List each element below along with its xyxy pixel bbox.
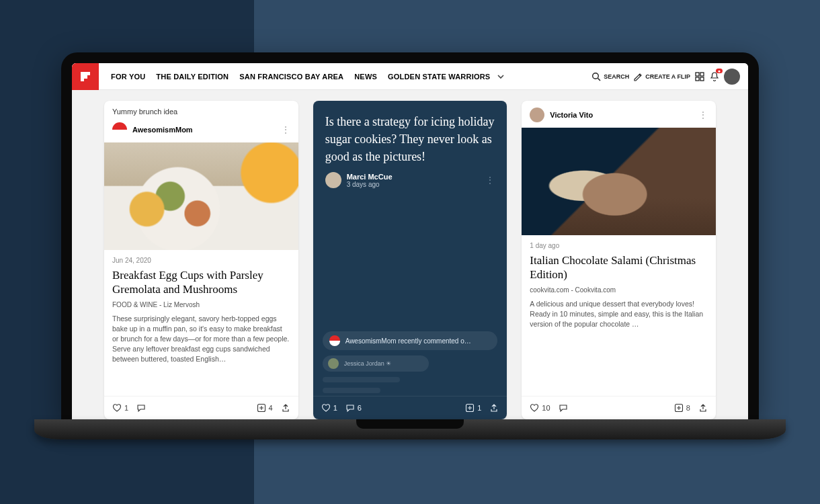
note-author-row: Marci McCue 3 days ago ⋮ <box>313 172 507 188</box>
comment-preview-text: AwesomismMom recently commented o… <box>345 337 471 345</box>
like-count: 1 <box>124 404 128 412</box>
top-nav: FOR YOU THE DAILY EDITION SAN FRANCISCO … <box>111 73 490 81</box>
svg-line-1 <box>598 78 601 81</box>
card-date: Jun 24, 2020 <box>112 257 290 264</box>
add-icon <box>674 403 684 413</box>
author-avatar[interactable] <box>530 108 544 122</box>
card-article-salami[interactable]: Victoria Vito ⋮ 1 day ago Italian Chocol… <box>522 101 716 419</box>
note-timestamp: 3 days ago <box>347 181 393 188</box>
nav-news[interactable]: NEWS <box>354 73 377 81</box>
skeleton-line <box>323 388 381 393</box>
search-icon <box>591 72 601 81</box>
grid-button[interactable] <box>694 71 705 82</box>
feed: Yummy brunch idea AwesomismMom ⋮ Jun 24,… <box>72 90 748 419</box>
svg-rect-5 <box>700 77 704 81</box>
add-count: 8 <box>686 404 690 412</box>
card-source: cookvita.com - Cookvita.com <box>530 286 708 294</box>
card-pretitle: Yummy brunch idea <box>104 101 298 116</box>
create-flip-label: CREATE A FLIP <box>645 73 690 80</box>
share-button[interactable] <box>281 403 290 413</box>
comment-button[interactable] <box>136 403 146 413</box>
create-flip-button[interactable]: CREATE A FLIP <box>633 72 690 81</box>
like-button[interactable]: 1 <box>112 403 128 413</box>
card-author-row: AwesomismMom ⋮ <box>104 116 298 142</box>
nav-for-you[interactable]: FOR YOU <box>111 73 145 81</box>
grid-icon <box>694 71 705 82</box>
card-footer: 1 4 <box>104 396 298 419</box>
share-icon <box>489 403 499 413</box>
comment-icon <box>136 403 146 413</box>
comment-button[interactable] <box>559 403 568 413</box>
card-description: These surprisingly elegant, savory herb-… <box>112 314 290 365</box>
add-button[interactable]: 1 <box>465 403 481 413</box>
svg-point-0 <box>593 73 599 79</box>
nav-daily-edition[interactable]: THE DAILY EDITION <box>156 73 229 81</box>
card-source: FOOD & WINE - Liz Mervosh <box>112 301 290 308</box>
author-avatar[interactable] <box>325 172 341 188</box>
nav-sf-bay-area[interactable]: SAN FRANCISCO BAY AREA <box>239 73 343 81</box>
share-button[interactable] <box>698 403 708 413</box>
add-count: 1 <box>477 404 481 412</box>
heart-icon <box>530 403 539 413</box>
card-author-row: Victoria Vito ⋮ <box>522 101 716 128</box>
skeleton-line <box>323 377 400 382</box>
like-button[interactable]: 1 <box>321 403 337 413</box>
commenter-avatar <box>329 335 340 346</box>
note-text: Is there a strategy for icing holiday su… <box>313 101 507 172</box>
author-name[interactable]: AwesomismMom <box>132 126 193 134</box>
card-image[interactable] <box>104 142 298 250</box>
card-footer: 1 6 1 <box>313 396 507 419</box>
card-more-button[interactable]: ⋮ <box>485 175 495 185</box>
comment-button[interactable]: 6 <box>345 403 362 413</box>
like-count: 1 <box>333 404 337 412</box>
chevron-down-icon <box>497 73 505 81</box>
share-button[interactable] <box>489 403 499 413</box>
like-count: 10 <box>542 404 550 412</box>
svg-rect-2 <box>696 73 699 76</box>
card-description: A delicious and unique dessert that ever… <box>530 299 708 330</box>
commenter-avatar <box>328 358 339 369</box>
card-article-egg-cups[interactable]: Yummy brunch idea AwesomismMom ⋮ Jun 24,… <box>104 101 298 419</box>
app-logo[interactable] <box>72 63 99 90</box>
card-footer: 10 8 <box>522 396 716 419</box>
comment-icon <box>559 403 568 413</box>
card-title[interactable]: Breakfast Egg Cups with Parsley Gremolat… <box>112 268 290 297</box>
nav-more-chevron[interactable] <box>497 73 505 81</box>
search-button[interactable]: SEARCH <box>591 72 629 81</box>
author-name[interactable]: Marci McCue <box>347 173 393 181</box>
search-label: SEARCH <box>604 73 629 80</box>
card-more-button[interactable]: ⋮ <box>698 110 708 120</box>
add-button[interactable]: 4 <box>257 403 273 413</box>
share-icon <box>698 403 708 413</box>
profile-avatar[interactable] <box>724 69 740 85</box>
author-name[interactable]: Victoria Vito <box>550 111 593 119</box>
card-note-cookies[interactable]: Is there a strategy for icing holiday su… <box>313 101 507 419</box>
notifications-button[interactable]: ● <box>709 71 720 82</box>
add-count: 4 <box>269 404 273 412</box>
comment-count: 6 <box>358 404 362 412</box>
card-date: 1 day ago <box>530 242 708 249</box>
share-icon <box>281 403 290 413</box>
comment-icon <box>345 403 355 413</box>
notification-badge: ● <box>716 69 723 73</box>
heart-icon <box>321 403 331 413</box>
add-icon <box>465 403 475 413</box>
author-avatar[interactable] <box>112 122 127 137</box>
add-icon <box>257 403 266 413</box>
comment-preview[interactable]: Jessica Jordan ☀ <box>323 355 429 372</box>
like-button[interactable]: 10 <box>530 403 550 413</box>
svg-rect-4 <box>696 77 699 81</box>
card-image[interactable] <box>522 128 716 235</box>
comment-preview[interactable]: AwesomismMom recently commented o… <box>323 331 498 350</box>
comment-preview-text: Jessica Jordan ☀ <box>344 360 392 367</box>
heart-icon <box>112 403 122 413</box>
edit-icon <box>633 72 643 81</box>
app-header: FOR YOU THE DAILY EDITION SAN FRANCISCO … <box>72 63 748 90</box>
card-title[interactable]: Italian Chocolate Salami (Christmas Edit… <box>530 253 708 282</box>
flipboard-icon <box>79 71 91 83</box>
nav-warriors[interactable]: GOLDEN STATE WARRIORS <box>388 73 490 81</box>
svg-rect-3 <box>700 73 704 76</box>
add-button[interactable]: 8 <box>674 403 690 413</box>
card-more-button[interactable]: ⋮ <box>281 124 290 135</box>
